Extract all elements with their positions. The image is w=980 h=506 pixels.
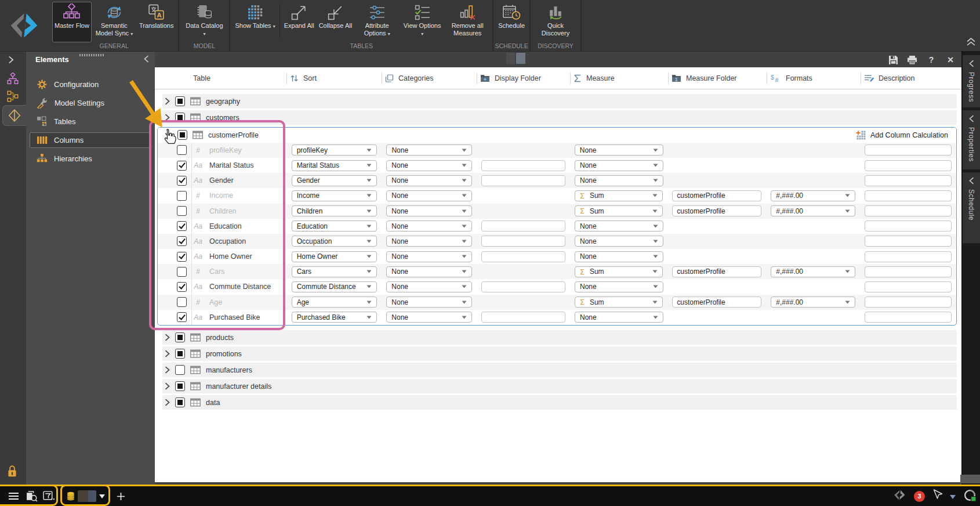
table-checkbox[interactable] — [175, 332, 185, 342]
ribbon-button-quick-discovery[interactable]: Quick Discovery — [533, 2, 578, 42]
measure-dropdown[interactable]: None — [575, 236, 663, 247]
table-checkbox[interactable] — [175, 397, 185, 407]
measure-dropdown[interactable]: ΣSum — [575, 190, 663, 201]
ribbon-button-translations[interactable]: ATranslations — [137, 2, 176, 42]
measure-folder-input[interactable] — [672, 266, 761, 277]
description-input[interactable] — [865, 160, 952, 171]
sort-dropdown[interactable]: profileKey — [292, 144, 378, 156]
measure-dropdown[interactable]: None — [575, 144, 663, 156]
table-checkbox[interactable] — [175, 365, 185, 375]
merge-tab-icon[interactable] — [6, 90, 19, 105]
description-input[interactable] — [865, 297, 952, 308]
panel-grip[interactable] — [79, 54, 105, 56]
sort-dropdown[interactable]: Purchased Bike — [292, 312, 378, 323]
sort-dropdown[interactable]: Education — [292, 221, 378, 232]
sort-dropdown[interactable]: Commute Distance — [292, 281, 378, 292]
sidebar-item-configuration[interactable]: Configuration — [30, 77, 151, 92]
measure-dropdown[interactable]: None — [575, 221, 663, 232]
ribbon-button-show-tables[interactable]: Show Tables ▾ — [233, 2, 277, 42]
column-checkbox[interactable] — [177, 252, 187, 262]
window-preview-thumbnail[interactable] — [77, 486, 97, 506]
table-checkbox[interactable] — [175, 349, 185, 359]
categories-dropdown[interactable]: None — [386, 205, 472, 216]
ribbon-button-attribute-options[interactable]: Attribute Options ▾ — [354, 2, 400, 42]
categories-dropdown[interactable]: None — [386, 160, 472, 171]
column-checkbox[interactable] — [177, 282, 187, 292]
table-checkbox[interactable] — [175, 96, 185, 106]
display-folder-input[interactable] — [481, 251, 565, 262]
ribbon-button-master-flow[interactable]: Master Flow — [52, 2, 92, 42]
column-checkbox[interactable] — [177, 312, 187, 322]
table-checkbox[interactable] — [175, 113, 185, 122]
save-icon[interactable] — [888, 55, 898, 65]
format-dropdown[interactable]: #,###.00 — [771, 190, 855, 201]
display-folder-input[interactable] — [481, 221, 565, 232]
tray-cursor-icon[interactable] — [932, 489, 942, 503]
description-input[interactable] — [865, 236, 952, 247]
preview-dropdown-icon[interactable] — [99, 486, 106, 506]
new-tab-plus-icon[interactable] — [115, 486, 126, 506]
format-dropdown[interactable]: #,###.00 — [771, 297, 855, 308]
print-icon[interactable] — [907, 55, 917, 65]
ribbon-button-view-options[interactable]: View Options ▾ — [400, 2, 445, 42]
splitter-handle[interactable] — [506, 53, 525, 64]
help-icon[interactable]: ? — [926, 55, 937, 65]
flow-tab-icon[interactable] — [6, 73, 19, 88]
categories-dropdown[interactable]: None — [386, 175, 472, 186]
column-checkbox[interactable] — [177, 176, 187, 186]
column-checkbox[interactable] — [177, 236, 187, 246]
table-checkbox[interactable] — [175, 381, 185, 391]
categories-dropdown[interactable]: None — [386, 190, 472, 201]
expand-panel-icon[interactable] — [8, 56, 14, 66]
filter-view-icon[interactable] — [42, 486, 56, 506]
categories-dropdown[interactable]: None — [386, 266, 472, 277]
ribbon-button-expand-all[interactable]: Expand All — [282, 2, 317, 42]
sort-dropdown[interactable]: Occupation — [292, 236, 378, 247]
sidebar-item-tables[interactable]: Tables — [30, 114, 151, 129]
sort-dropdown[interactable]: Children — [292, 205, 378, 216]
measure-dropdown[interactable]: None — [575, 312, 663, 323]
sort-dropdown[interactable]: Home Owner — [292, 251, 378, 262]
categories-dropdown[interactable]: None — [386, 236, 472, 247]
display-folder-input[interactable] — [481, 312, 565, 323]
collapse-ribbon-icon[interactable] — [966, 37, 976, 48]
notification-badge[interactable]: 3 — [914, 491, 925, 502]
categories-dropdown[interactable]: None — [386, 297, 472, 308]
categories-dropdown[interactable]: None — [386, 281, 472, 292]
measure-folder-input[interactable] — [672, 205, 761, 216]
description-input[interactable] — [865, 144, 952, 156]
column-checkbox[interactable] — [177, 297, 187, 307]
description-input[interactable] — [865, 221, 952, 232]
measure-dropdown[interactable]: None — [575, 281, 663, 292]
description-input[interactable] — [865, 266, 952, 277]
sort-dropdown[interactable]: Income — [292, 190, 378, 201]
right-tab-schedule[interactable]: Schedule — [963, 172, 980, 243]
description-input[interactable] — [865, 312, 952, 323]
sidebar-item-hierarchies[interactable]: Hierarchies — [30, 151, 151, 167]
categories-dropdown[interactable]: None — [386, 221, 472, 232]
display-folder-input[interactable] — [481, 160, 565, 171]
column-checkbox[interactable] — [177, 267, 187, 277]
column-checkbox[interactable] — [177, 161, 187, 171]
column-checkbox[interactable] — [177, 221, 187, 231]
column-checkbox[interactable] — [177, 191, 187, 201]
right-tab-progress[interactable]: Progress — [963, 55, 980, 107]
database-app-icon[interactable] — [66, 486, 76, 506]
column-checkbox[interactable] — [177, 206, 187, 216]
display-folder-input[interactable] — [481, 236, 565, 247]
ribbon-button-data-catalog[interactable]: Data Catalog ▾ — [182, 2, 227, 42]
ribbon-button-semantic-model-sync[interactable]: Semantic Model Sync ▾ — [92, 2, 137, 42]
sidebar-item-columns[interactable]: Columns — [30, 132, 151, 148]
measure-dropdown[interactable]: None — [575, 175, 663, 186]
add-column-calculation-button[interactable]: Add Column Calculation — [856, 131, 948, 140]
display-folder-input[interactable] — [481, 175, 565, 186]
sort-dropdown[interactable]: Marital Status — [292, 160, 378, 171]
column-checkbox[interactable] — [177, 145, 187, 155]
sort-dropdown[interactable]: Gender — [292, 175, 378, 186]
measure-dropdown[interactable]: None — [575, 251, 663, 262]
tray-capture-icon[interactable] — [963, 489, 977, 504]
measure-dropdown[interactable]: ΣSum — [575, 297, 663, 308]
categories-dropdown[interactable]: None — [386, 251, 472, 262]
display-folder-input[interactable] — [481, 281, 565, 292]
close-icon[interactable]: ✕ — [945, 55, 956, 65]
